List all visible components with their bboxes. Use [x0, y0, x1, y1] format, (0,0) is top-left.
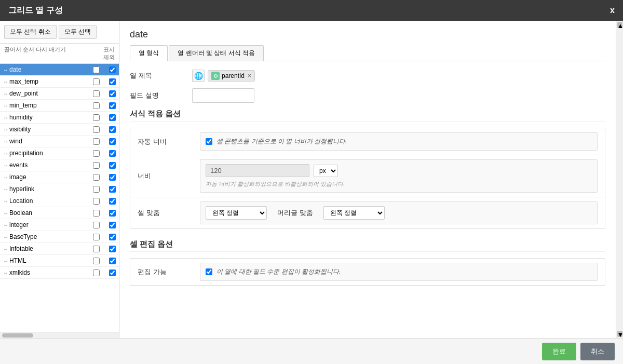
sidebar-item-label: events	[9, 161, 93, 169]
ok-button[interactable]: 완료	[542, 343, 576, 360]
format-section: 서식 적용 옵션 자동 너비 셀 콘텐츠를 기준으로 이 열 너비가 설정됩니다…	[130, 109, 605, 229]
alignment-row: 셀 맞춤 왼쪽 정렬 가운데 정렬 오른쪽 정렬 머리글 맞춤 왼쪽 정렬	[130, 197, 605, 228]
sidebar-item-exclude-check[interactable]	[93, 78, 100, 85]
deselect-all-button[interactable]: 모두 선택 취소	[4, 25, 57, 39]
sidebar-item-infotable[interactable]: ↔ Infotable	[0, 243, 119, 255]
sidebar-item-events[interactable]: ↔ events	[0, 159, 119, 171]
sidebar-horizontal-scrollbar[interactable]	[0, 332, 119, 338]
sidebar-item-show-check[interactable]	[109, 174, 116, 181]
select-all-button[interactable]: 모두 선택	[59, 25, 97, 39]
sidebar-item-dew-point[interactable]: ↔ dew_point	[0, 88, 119, 100]
sidebar-item-show-check[interactable]	[109, 210, 116, 217]
cell-align-select[interactable]: 왼쪽 정렬 가운데 정렬 오른쪽 정렬	[206, 206, 267, 220]
sidebar-item-exclude-check[interactable]	[93, 210, 100, 217]
sidebar-item-show-check[interactable]	[109, 246, 116, 252]
tag-remove-button[interactable]: ×	[248, 72, 251, 79]
width-label: 너비	[138, 171, 200, 181]
sidebar-item-html[interactable]: ↔ HTML	[0, 255, 119, 267]
sidebar-item-min-temp[interactable]: ↔ min_temp	[0, 100, 119, 112]
sidebar-item-exclude-check[interactable]	[93, 186, 100, 193]
close-button[interactable]: x	[610, 6, 615, 15]
editable-content: 이 열에 대한 필드 수준 편집이 활성화됩니다.	[200, 263, 598, 281]
sidebar-item-hyperlink[interactable]: ↔ hyperlink	[0, 183, 119, 195]
sidebar-item-xmlkids[interactable]: ↔ xmlkids	[0, 267, 119, 279]
sidebar-item-max-temp[interactable]: ↔ max_temp	[0, 76, 119, 88]
tab-column-renderer[interactable]: 열 렌더러 및 상태 서식 적용	[169, 45, 264, 61]
cancel-button[interactable]: 취소	[580, 343, 615, 360]
sidebar-item-exclude-check[interactable]	[93, 269, 100, 276]
sidebar-item-date[interactable]: ↔ date	[0, 64, 119, 76]
sidebar-item-checkboxes	[93, 174, 116, 181]
sidebar-item-exclude-check[interactable]	[93, 138, 100, 145]
sidebar-item-checkboxes	[93, 102, 116, 109]
sidebar-item-exclude-check[interactable]	[93, 162, 100, 169]
sidebar-item-humidity[interactable]: ↔ humidity	[0, 112, 119, 124]
sidebar-item-exclude-check[interactable]	[93, 174, 100, 181]
sidebar-item-show-check[interactable]	[109, 186, 116, 193]
sidebar-item-show-check[interactable]	[109, 138, 116, 145]
sidebar-item-show-check[interactable]	[109, 150, 116, 157]
title-bar: 그리드 열 구성 x	[0, 0, 623, 21]
sidebar-item-checkboxes	[93, 210, 116, 217]
field-desc-row: 필드 설명	[130, 88, 605, 103]
drag-icon: ↔	[3, 210, 8, 216]
sidebar-item-exclude-check[interactable]	[93, 126, 100, 133]
sidebar-item-show-check[interactable]	[109, 102, 116, 109]
sidebar-item-visibility[interactable]: ↔ visibility	[0, 124, 119, 136]
sidebar-list: ↔ date ↔ max_temp ↔ dew_point	[0, 64, 119, 332]
drag-icon: ↔	[3, 198, 8, 204]
sidebar-item-exclude-check[interactable]	[93, 246, 100, 252]
sidebar-item-exclude-check[interactable]	[93, 234, 100, 240]
sidebar-item-precipitation[interactable]: ↔ precipitation	[0, 147, 119, 159]
sidebar-item-label: visibility	[9, 126, 93, 133]
scroll-down-button[interactable]: ▼	[617, 331, 622, 337]
column-title-value: 🌐 ⚙ parentId ×	[192, 70, 605, 82]
field-desc-value	[192, 88, 605, 103]
scroll-up-button[interactable]: ▲	[617, 22, 622, 28]
sidebar-item-show-check[interactable]	[109, 90, 116, 97]
sidebar-item-integer[interactable]: ↔ integer	[0, 219, 119, 231]
sidebar-header: 끌어서 순서 다시 매기기 표시제외	[0, 44, 119, 64]
right-scrollbar[interactable]: ▲ ▼	[616, 21, 623, 338]
sidebar-item-show-check[interactable]	[109, 66, 116, 73]
sidebar-item-boolean[interactable]: ↔ Boolean	[0, 207, 119, 219]
format-section-heading: 서식 적용 옵션	[130, 109, 605, 122]
sidebar-item-basetype[interactable]: ↔ BaseType	[0, 231, 119, 243]
sidebar-item-image[interactable]: ↔ image	[0, 171, 119, 183]
width-disabled-hint: 자동 너비가 활성화되었으므로 비활성화되어 있습니다.	[206, 180, 592, 188]
sidebar-item-show-check[interactable]	[109, 269, 116, 276]
scrollbar-thumb[interactable]	[2, 333, 33, 338]
drag-icon: ↔	[3, 103, 8, 109]
sidebar-item-exclude-check[interactable]	[93, 66, 100, 73]
width-input[interactable]: 120	[206, 164, 309, 177]
sidebar-item-exclude-check[interactable]	[93, 150, 100, 157]
sidebar-item-show-check[interactable]	[109, 198, 116, 205]
sidebar-item-label: Boolean	[9, 209, 93, 217]
sidebar-item-exclude-check[interactable]	[93, 114, 100, 121]
sidebar-item-show-check[interactable]	[109, 126, 116, 133]
sidebar-item-exclude-check[interactable]	[93, 102, 100, 109]
sidebar-item-label: precipitation	[9, 150, 93, 157]
sidebar-item-show-check[interactable]	[109, 114, 116, 121]
sidebar-item-show-check[interactable]	[109, 162, 116, 169]
alignment-content: 왼쪽 정렬 가운데 정렬 오른쪽 정렬 머리글 맞춤 왼쪽 정렬 가운데 정렬 …	[200, 201, 598, 224]
sidebar-item-show-check[interactable]	[109, 258, 116, 264]
header-align-select[interactable]: 왼쪽 정렬 가운데 정렬 오른쪽 정렬	[323, 206, 385, 220]
sidebar-item-label: Location	[9, 197, 93, 205]
width-unit-select[interactable]: px %	[314, 165, 338, 177]
sidebar-item-exclude-check[interactable]	[93, 222, 100, 228]
sidebar-item-exclude-check[interactable]	[93, 198, 100, 205]
tag-type-icon: ⚙	[211, 72, 220, 80]
sidebar-item-exclude-check[interactable]	[93, 258, 100, 264]
tab-column-format[interactable]: 열 형식	[130, 45, 168, 61]
sidebar-item-show-check[interactable]	[109, 78, 116, 85]
sidebar-item-exclude-check[interactable]	[93, 90, 100, 97]
sidebar-item-show-check[interactable]	[109, 234, 116, 240]
editable-hint: 이 열에 대한 필드 수준 편집이 활성화됩니다.	[216, 267, 341, 276]
editable-checkbox[interactable]	[206, 268, 212, 275]
sidebar-item-location[interactable]: ↔ Location	[0, 195, 119, 207]
auto-width-checkbox[interactable]	[206, 138, 212, 145]
sidebar-item-show-check[interactable]	[109, 222, 116, 228]
sidebar-item-wind[interactable]: ↔ wind	[0, 136, 119, 147]
globe-icon[interactable]: 🌐	[192, 70, 205, 82]
